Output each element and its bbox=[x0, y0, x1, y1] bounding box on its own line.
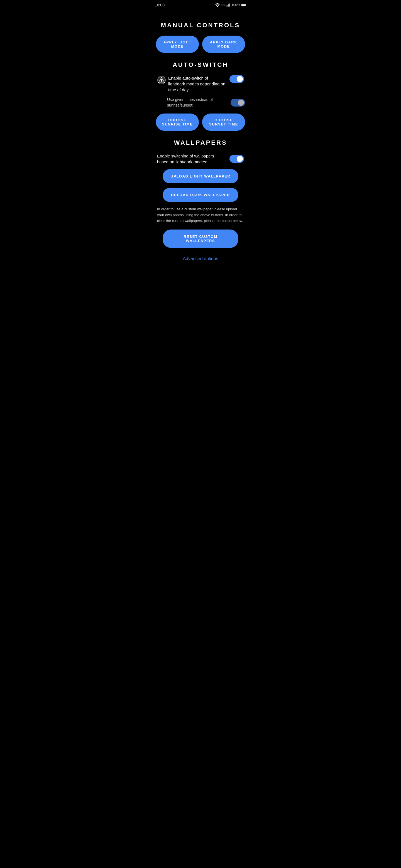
warning-icon bbox=[157, 76, 166, 85]
signal-icon bbox=[226, 3, 230, 7]
wallpaper-enable-row: Enable switching of wallpapers based on … bbox=[156, 153, 245, 165]
manual-controls-title: MANUAL CONTROLS bbox=[156, 22, 245, 29]
given-times-row: Use given times instead of sunrise/sunse… bbox=[156, 97, 245, 108]
manual-controls-section: MANUAL CONTROLS APPLY LIGHT MODE APPLY D… bbox=[156, 22, 245, 53]
svg-rect-10 bbox=[161, 79, 162, 81]
wallpaper-enable-toggle[interactable] bbox=[229, 155, 244, 163]
given-times-label: Use given times instead of sunrise/sunse… bbox=[167, 97, 227, 108]
upload-dark-wallpaper-button[interactable]: UPLOAD DARK WALLPAPER bbox=[163, 188, 238, 202]
battery-icon bbox=[241, 3, 246, 7]
battery-percent: 100% bbox=[231, 3, 240, 7]
wallpapers-title: WALLPAPERS bbox=[156, 139, 245, 146]
svg-point-11 bbox=[161, 82, 162, 82]
svg-rect-1 bbox=[226, 5, 227, 6]
wallpapers-section: WALLPAPERS Enable switching of wallpaper… bbox=[156, 139, 245, 248]
time-buttons-row: CHOOSE SUNRISE TIME CHOOSE SUNSET TIME bbox=[156, 114, 245, 131]
auto-switch-left: Enable auto-switch of light/dark modes d… bbox=[157, 75, 226, 93]
given-times-toggle[interactable] bbox=[231, 99, 245, 106]
auto-switch-section: AUTO-SWITCH Enable auto-switch of light/… bbox=[156, 61, 245, 131]
status-bar: 10:00 LTE 100% bbox=[150, 0, 251, 9]
auto-switch-enable-label: Enable auto-switch of light/dark modes d… bbox=[168, 75, 226, 93]
svg-rect-7 bbox=[246, 5, 246, 6]
svg-rect-2 bbox=[227, 5, 228, 6]
svg-rect-5 bbox=[229, 3, 230, 6]
svg-rect-4 bbox=[229, 4, 229, 7]
svg-rect-3 bbox=[228, 4, 229, 6]
reset-custom-wallpapers-button[interactable]: RESET CUSTOM WALLPAPERS bbox=[163, 229, 238, 248]
svg-rect-8 bbox=[241, 4, 245, 6]
choose-sunset-time-button[interactable]: CHOOSE SUNSET TIME bbox=[202, 114, 245, 131]
wallpaper-info-text: In order to use a custom wallpaper, plea… bbox=[156, 207, 245, 224]
manual-controls-buttons: APPLY LIGHT MODE APPLY DARK MODE bbox=[156, 36, 245, 53]
status-time: 10:00 bbox=[155, 3, 165, 7]
apply-light-mode-button[interactable]: APPLY LIGHT MODE bbox=[156, 36, 199, 53]
upload-light-wallpaper-button[interactable]: UPLOAD LIGHT WALLPAPER bbox=[163, 169, 238, 183]
advanced-options-link[interactable]: Advanced options bbox=[156, 253, 245, 264]
lte-icon: LTE bbox=[221, 4, 226, 7]
auto-switch-enable-row: Enable auto-switch of light/dark modes d… bbox=[156, 75, 245, 93]
choose-sunrise-time-button[interactable]: CHOOSE SUNRISE TIME bbox=[156, 114, 199, 131]
wallpaper-enable-label: Enable switching of wallpapers based on … bbox=[157, 153, 226, 165]
auto-switch-enable-toggle[interactable] bbox=[229, 75, 244, 83]
svg-point-0 bbox=[217, 6, 218, 7]
apply-dark-mode-button[interactable]: APPLY DARK MODE bbox=[202, 36, 245, 53]
main-content: MANUAL CONTROLS APPLY LIGHT MODE APPLY D… bbox=[150, 9, 251, 275]
status-icons: LTE 100% bbox=[215, 3, 246, 7]
wifi-icon bbox=[215, 3, 220, 7]
auto-switch-title: AUTO-SWITCH bbox=[156, 61, 245, 68]
